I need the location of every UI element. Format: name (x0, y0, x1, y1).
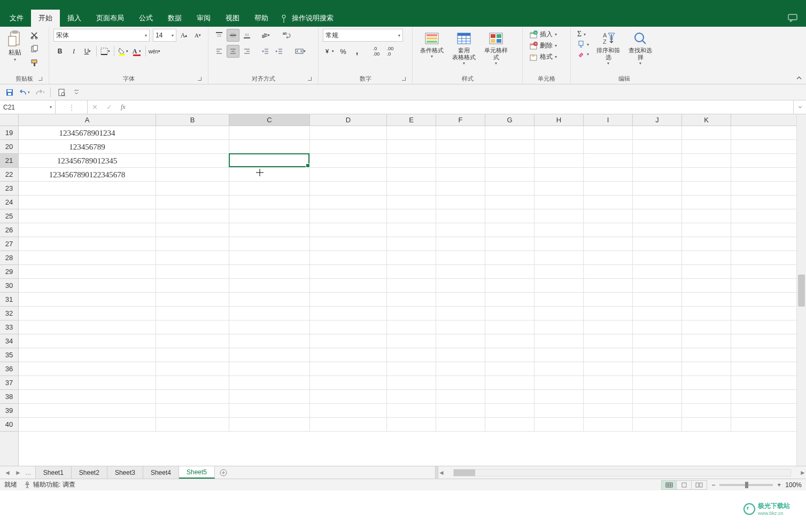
cell-F30[interactable] (436, 279, 485, 292)
cell-G24[interactable] (485, 195, 534, 209)
cell-D21[interactable] (310, 154, 387, 167)
decrease-indent-button[interactable] (259, 45, 272, 58)
cell-J33[interactable] (633, 320, 682, 334)
cell-F25[interactable] (436, 209, 485, 223)
cell-J39[interactable] (633, 404, 682, 417)
cell-H24[interactable] (534, 195, 584, 209)
cell-E32[interactable] (387, 307, 436, 320)
cell-H36[interactable] (534, 362, 584, 375)
cell-C35[interactable] (229, 348, 310, 362)
increase-decimal-button[interactable]: .0.00 (370, 45, 383, 58)
cell-G29[interactable] (485, 265, 534, 278)
cell-K35[interactable] (682, 348, 731, 362)
cell-H23[interactable] (534, 182, 584, 195)
cell-F21[interactable] (436, 154, 485, 167)
row-header-29[interactable]: 29 (0, 265, 18, 279)
cell-B20[interactable] (156, 140, 229, 153)
cell-J31[interactable] (633, 293, 682, 306)
cell-D36[interactable] (310, 362, 387, 375)
cell-K36[interactable] (682, 362, 731, 375)
cell-G22[interactable] (485, 168, 534, 181)
column-header-B[interactable]: B (156, 114, 229, 126)
conditional-formatting-button[interactable]: 条件格式▾ (417, 29, 447, 60)
cell-I39[interactable] (584, 404, 633, 417)
cell-K21[interactable] (682, 154, 731, 167)
column-header-G[interactable]: G (485, 114, 534, 126)
format-painter-button[interactable] (28, 57, 41, 69)
cell-J35[interactable] (633, 348, 682, 362)
cell-K23[interactable] (682, 182, 731, 195)
qat-customize-button[interactable] (70, 86, 83, 99)
cell-I40[interactable] (584, 418, 633, 431)
expand-formula-bar-button[interactable] (793, 100, 806, 114)
delete-cells-button[interactable]: ×删除▾ (527, 40, 559, 51)
cell-E24[interactable] (387, 195, 436, 209)
cell-E26[interactable] (387, 223, 436, 237)
find-select-button[interactable]: 查找和选择▾ (625, 29, 655, 67)
cell-E31[interactable] (387, 293, 436, 306)
clear-button[interactable]: ▾ (575, 49, 591, 59)
cut-button[interactable] (28, 29, 41, 42)
bold-button[interactable]: B (53, 45, 66, 58)
cell-D35[interactable] (310, 348, 387, 362)
cell-C31[interactable] (229, 293, 310, 306)
select-all-corner[interactable] (0, 114, 19, 126)
font-color-button[interactable]: A▾ (130, 45, 143, 58)
cell-J19[interactable] (633, 126, 682, 139)
cell-B24[interactable] (156, 195, 229, 209)
cell-D33[interactable] (310, 320, 387, 334)
cell-B22[interactable] (156, 168, 229, 181)
cell-H22[interactable] (534, 168, 584, 181)
italic-button[interactable]: I (67, 45, 80, 58)
orientation-button[interactable]: ab▾ (259, 29, 272, 42)
percent-button[interactable]: % (337, 45, 350, 58)
cell-D27[interactable] (310, 237, 387, 251)
row-header-22[interactable]: 22 (0, 168, 18, 182)
cell-J22[interactable] (633, 168, 682, 181)
cell-F33[interactable] (436, 320, 485, 334)
align-middle-button[interactable] (227, 29, 239, 42)
cell-E25[interactable] (387, 209, 436, 223)
cell-F26[interactable] (436, 223, 485, 237)
format-cells-button[interactable]: 格式▾ (527, 51, 559, 62)
cell-C37[interactable] (229, 376, 310, 389)
tab-页面布局[interactable]: 页面布局 (89, 10, 131, 27)
cell-B39[interactable] (156, 404, 229, 417)
column-header-A[interactable]: A (19, 114, 156, 126)
cell-A28[interactable] (19, 251, 156, 264)
row-headers[interactable]: 1920212223242526272829303132333435363738… (0, 126, 19, 466)
accounting-format-button[interactable]: ¥▾ (323, 45, 336, 58)
cell-D23[interactable] (310, 182, 387, 195)
cell-F39[interactable] (436, 404, 485, 417)
tab-公式[interactable]: 公式 (131, 10, 160, 27)
cell-I23[interactable] (584, 182, 633, 195)
cell-F38[interactable] (436, 390, 485, 403)
cell-D26[interactable] (310, 223, 387, 237)
sheet-tab-Sheet5[interactable]: Sheet5 (179, 466, 215, 479)
redo-button[interactable]: ▾ (33, 86, 46, 99)
cell-B31[interactable] (156, 293, 229, 306)
row-header-36[interactable]: 36 (0, 362, 18, 376)
cell-J26[interactable] (633, 223, 682, 237)
cell-B21[interactable] (156, 154, 229, 167)
cell-A35[interactable] (19, 348, 156, 362)
cell-E19[interactable] (387, 126, 436, 139)
cancel-formula-icon[interactable]: ✕ (92, 103, 98, 111)
formula-menu-icon[interactable]: ⋮ (68, 104, 75, 111)
copy-button[interactable] (28, 43, 41, 56)
tab-文件[interactable]: 文件 (2, 10, 31, 27)
sheet-tab-Sheet4[interactable]: Sheet4 (143, 466, 179, 479)
increase-font-button[interactable]: A▴ (177, 29, 190, 42)
cell-C28[interactable] (229, 251, 310, 264)
cell-G39[interactable] (485, 404, 534, 417)
cell-I22[interactable] (584, 168, 633, 181)
cell-I37[interactable] (584, 376, 633, 389)
scrollbar-thumb[interactable] (454, 470, 475, 476)
column-header-H[interactable]: H (534, 114, 584, 126)
cell-G33[interactable] (485, 320, 534, 334)
fill-color-button[interactable]: ▾ (117, 45, 129, 58)
cell-D39[interactable] (310, 404, 387, 417)
collapse-ribbon-button[interactable] (795, 74, 803, 82)
cell-F19[interactable] (436, 126, 485, 139)
font-dialog-launcher[interactable] (196, 75, 203, 82)
